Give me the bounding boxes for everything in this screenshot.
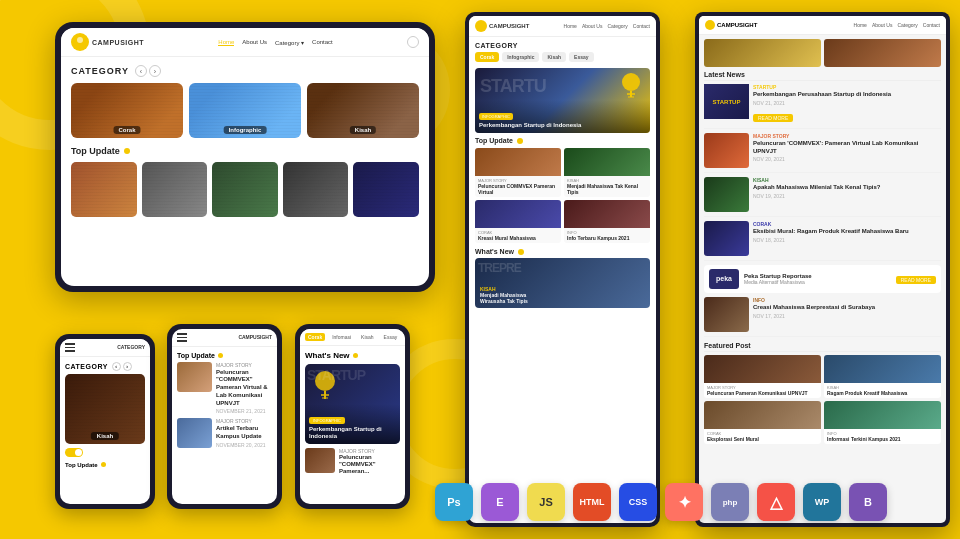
phone-large-nav-essay[interactable]: Essay — [381, 333, 401, 341]
bootstrap-icon[interactable]: B — [849, 483, 887, 521]
wd-nav-about[interactable]: About Us — [872, 22, 893, 28]
dt-article-card-4[interactable]: INFO Info Terbaru Kampus 2021 — [564, 200, 650, 243]
wd-banner-1[interactable] — [704, 39, 821, 67]
dt-article-card-1[interactable]: MAJOR STORY Peluncuran COMMVEX Pameran V… — [475, 148, 561, 197]
css3-icon[interactable]: CSS — [619, 483, 657, 521]
wd-banner-2[interactable] — [824, 39, 941, 67]
php-icon[interactable]: php — [711, 483, 749, 521]
hamburger-icon[interactable] — [65, 343, 75, 352]
phone-large-featured-card[interactable]: STARTUP INFOGRAPHIC Perkembangan Startup… — [305, 364, 400, 444]
wd-featured-item-2[interactable]: KISAH Ragam Produk Kreatif Mahasiswa — [824, 355, 941, 398]
tablet-update-card-1[interactable] — [71, 162, 137, 217]
phone-small-screen: CATEGORY CATEGORY ‹ › Kisah Top Update — [60, 339, 150, 504]
phone-large-nav-kisah[interactable]: Kisah — [358, 333, 377, 341]
dt-articles-grid: MAJOR STORY Peluncuran COMMVEX Pameran V… — [475, 148, 650, 243]
wd-nav-category[interactable]: Category — [897, 22, 917, 28]
dt-pill-corak[interactable]: Corak — [475, 52, 499, 62]
dt-pill-essay[interactable]: Essay — [569, 52, 593, 62]
wd-featured-item-3[interactable]: CORAK Eksplorasi Seni Mural — [704, 401, 821, 444]
tablet-nav: CAMPUSIGHT Home About Us Category ▾ Cont… — [61, 28, 429, 57]
tablet-update-card-3[interactable] — [212, 162, 278, 217]
wd-peka-section: peka Peka Startup Reportase Media Altern… — [704, 265, 941, 293]
wd-featured-item-4[interactable]: INFO Informasi Terkini Kampus 2021 — [824, 401, 941, 444]
wd-top-banners — [704, 39, 941, 67]
wd-featured-post-title: Featured Post — [704, 342, 941, 352]
dt-nav-about[interactable]: About Us — [582, 23, 603, 29]
dt-whats-new-header: What's New — [475, 248, 650, 255]
tablet-category-arrows: ‹ › — [135, 65, 161, 77]
laravel-icon[interactable]: △ — [757, 483, 795, 521]
wd-featured-title-4: Informasi Terkini Kampus 2021 — [827, 436, 938, 442]
phone-medium-article-title-2: Artikel Terbaru Kampus Update — [216, 425, 272, 441]
phone-small-mockup: CATEGORY CATEGORY ‹ › Kisah Top Update — [55, 334, 155, 509]
hamburger-line-3 — [65, 350, 75, 352]
tablet-cat-card-infographic[interactable]: Infographic — [189, 83, 301, 138]
tablet-cat-card-kisah[interactable]: Kisah — [307, 83, 419, 138]
phone-small-cat-arrows: ‹ › — [112, 362, 132, 371]
phone-small-prev-arrow[interactable]: ‹ — [112, 362, 121, 371]
wd-featured-item-1[interactable]: MAJOR STORY Peluncuran Pameran Komunikas… — [704, 355, 821, 398]
tablet-search-icon[interactable] — [407, 36, 419, 48]
wd-nav-home[interactable]: Home — [854, 22, 867, 28]
phone-large-article[interactable]: MAJOR STORY Peluncuran "COMMVEX" Pameran… — [305, 448, 400, 476]
wd-nav-contact[interactable]: Contact — [923, 22, 940, 28]
wd-news-cat-2: MAJOR STORY — [753, 133, 941, 139]
wd-news-item-5[interactable]: INFO Creasi Mahasiswa Berprestasi di Sur… — [704, 297, 941, 337]
dt-logo-text: CAMPUSIGHT — [489, 23, 529, 29]
tablet-update-card-4[interactable] — [283, 162, 349, 217]
phone-large-nav-corak[interactable]: Corak — [305, 333, 325, 341]
wordpress-icon[interactable]: WP — [803, 483, 841, 521]
phone-medium-article-1[interactable]: MAJOR STORY Peluncuran "COMMVEX" Pameran… — [177, 362, 272, 415]
phone-medium-article-img-2 — [177, 418, 212, 448]
tablet-top-update-label: Top Update — [71, 146, 120, 156]
tablet-category-section: CATEGORY ‹ › — [71, 65, 419, 77]
tablet-nav-category[interactable]: Category ▾ — [275, 39, 304, 46]
figma-icon[interactable]: ✦ — [665, 483, 703, 521]
phone-small-cat-card[interactable]: Kisah — [65, 374, 145, 444]
photoshop-label: Ps — [447, 496, 460, 508]
tablet-nav-home[interactable]: Home — [218, 39, 234, 46]
phone-small-next-arrow[interactable]: › — [123, 362, 132, 371]
wd-news-item-2[interactable]: MAJOR STORY Peluncuran 'COMMVEX': Pamera… — [704, 133, 941, 173]
wd-news-title-2: Peluncuran 'COMMVEX': Pameran Virtual La… — [753, 140, 941, 156]
wd-news-img-1: STARTUP — [704, 84, 749, 119]
phone-medium-hamburger[interactable] — [177, 333, 187, 342]
tablet-next-arrow[interactable]: › — [149, 65, 161, 77]
dt-article-title-3: Kreasi Mural Mahasiswa — [478, 235, 558, 241]
dt-pill-kisah[interactable]: Kisah — [542, 52, 566, 62]
dt-trepreneur-card[interactable]: TREPRE KISAH Menjadi MahasiswaWirausaha … — [475, 258, 650, 308]
wd-peka-read-more[interactable]: READ MORE — [896, 276, 936, 284]
php-label: php — [723, 498, 738, 507]
phone-large-featured-title: Perkembangan Startup di Indonesia — [309, 426, 396, 440]
tablet-update-card-5[interactable] — [353, 162, 419, 217]
phone-large-nav-infomasi[interactable]: Infomasi — [329, 333, 354, 341]
dt-nav-category[interactable]: Category — [607, 23, 627, 29]
wd-news-item-4[interactable]: CORAK Eksibisi Mural: Ragam Produk Kreat… — [704, 221, 941, 261]
tablet-update-card-2[interactable] — [142, 162, 208, 217]
tablet-cat-card-corak[interactable]: Corak — [71, 83, 183, 138]
wd-news-item-3[interactable]: KISAH Apakah Mahasiswa Milenial Tak Kena… — [704, 177, 941, 217]
dt-pill-infographic[interactable]: Infographic — [502, 52, 539, 62]
dt-article-title-2: Menjadi Mahasiswa Tak Kenal Tipis — [567, 183, 647, 195]
wd-read-more-btn-1[interactable]: READ MORE — [753, 114, 793, 122]
dt-startup-text: STARTU — [480, 76, 546, 97]
wd-news-item-1[interactable]: STARTUP STARTUP Perkembangan Perusahaan … — [704, 84, 941, 129]
photoshop-icon[interactable]: Ps — [435, 483, 473, 521]
dt-article-card-3[interactable]: CORAK Kreasi Mural Mahasiswa — [475, 200, 561, 243]
dt-nav-contact[interactable]: Contact — [633, 23, 650, 29]
phone-medium-article-2[interactable]: MAJOR STORY Artikel Terbaru Kampus Updat… — [177, 418, 272, 448]
toggle-track[interactable] — [65, 448, 83, 457]
dt-hero-image[interactable]: STARTU INFOGRAPHIC Perkembangan Startup … — [475, 68, 650, 133]
html5-icon[interactable]: HTML — [573, 483, 611, 521]
tablet-nav-contact[interactable]: Contact — [312, 39, 333, 46]
dt-article-title-1: Peluncuran COMMVEX Pameran Virtual — [478, 183, 558, 195]
phone-medium-top-update-title: Top Update — [177, 352, 272, 359]
tablet-nav-about[interactable]: About Us — [242, 39, 267, 46]
elementor-icon[interactable]: E — [481, 483, 519, 521]
tablet-prev-arrow[interactable]: ‹ — [135, 65, 147, 77]
wd-logo-icon — [705, 20, 715, 30]
dt-nav-home[interactable]: Home — [564, 23, 577, 29]
wd-news-date-3: NOV 19, 2021 — [753, 193, 941, 199]
dt-article-card-2[interactable]: KISAH Menjadi Mahasiswa Tak Kenal Tipis — [564, 148, 650, 197]
javascript-icon[interactable]: JS — [527, 483, 565, 521]
